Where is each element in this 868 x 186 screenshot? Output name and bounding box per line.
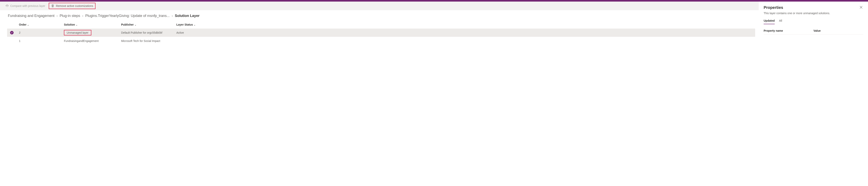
tab-all[interactable]: All (779, 19, 782, 24)
chevron-down-icon: ⌄ (76, 24, 78, 26)
cell-status: Active (176, 31, 755, 34)
chevron-right-icon: › (56, 14, 58, 18)
chevron-right-icon: › (82, 14, 83, 18)
remove-active-customizations-button[interactable]: Remove active customizations (49, 3, 95, 9)
breadcrumb-link[interactable]: Plug-in steps (59, 14, 81, 18)
table-row[interactable]: 2 Unmanaged layer Default Publisher for … (7, 29, 755, 37)
breadcrumb-link[interactable]: Plugins.TriggerYearlyGiving: Update of m… (85, 14, 170, 18)
compare-icon (5, 4, 9, 7)
chevron-down-icon: ⌄ (134, 24, 136, 26)
chevron-down-icon: ⌄ (194, 24, 195, 26)
cell-publisher: Microsoft Tech for Social Impact (121, 39, 176, 42)
accent-bar (0, 0, 868, 2)
cell-solution: Unmanaged layer (64, 30, 121, 35)
table-row[interactable]: 1 FundraisingandEngagement Microsoft Tec… (7, 37, 755, 45)
column-label: Publisher (121, 23, 134, 26)
compare-previous-layer-button: Compare with previous layer (4, 3, 47, 9)
cell-order: 1 (17, 39, 64, 42)
remove-label: Remove active customizations (56, 4, 93, 7)
table-header-row: Order⌄ Solution⌄ Publisher⌄ Layer Status… (7, 21, 755, 29)
breadcrumb: Fundraising and Engagement › Plug-in ste… (0, 10, 759, 20)
compare-label: Compare with previous layer (10, 4, 45, 7)
main-content: Compare with previous layer Remove activ… (0, 2, 759, 186)
column-label: Layer Status (176, 23, 193, 26)
property-value-header: Value (813, 29, 864, 32)
properties-panel: Properties This layer contains one or mo… (759, 2, 868, 186)
toolbar: Compare with previous layer Remove activ… (0, 2, 759, 10)
column-header-order[interactable]: Order⌄ (17, 23, 64, 26)
property-name-header: Property name (764, 29, 813, 32)
close-panel-button[interactable] (859, 5, 863, 10)
chevron-down-icon: ⌄ (27, 24, 29, 26)
cell-order: 2 (17, 31, 64, 34)
solution-layers-table: Order⌄ Solution⌄ Publisher⌄ Layer Status… (0, 20, 759, 45)
panel-header: Properties (764, 5, 863, 10)
chevron-right-icon: › (172, 14, 173, 18)
column-header-status[interactable]: Layer Status⌄ (176, 23, 755, 26)
unmanaged-layer-highlight: Unmanaged layer (64, 30, 91, 35)
cell-publisher: Default Publisher for orgc55db0bf (121, 31, 176, 34)
cell-solution: FundraisingandEngagement (64, 39, 121, 42)
breadcrumb-current: Solution Layer (174, 14, 200, 18)
column-header-solution[interactable]: Solution⌄ (64, 23, 121, 26)
breadcrumb-link[interactable]: Fundraising and Engagement (7, 14, 55, 18)
trash-icon (51, 4, 54, 7)
tab-updated[interactable]: Updated (764, 19, 775, 24)
app-container: Compare with previous layer Remove activ… (0, 2, 868, 186)
column-label: Solution (64, 23, 75, 26)
panel-tabs: Updated All (764, 19, 863, 25)
row-selected-indicator[interactable] (7, 31, 17, 34)
column-header-publisher[interactable]: Publisher⌄ (121, 23, 176, 26)
close-icon (860, 6, 863, 9)
panel-title: Properties (764, 5, 783, 10)
panel-subtitle: This layer contains one or more unmanage… (764, 12, 863, 15)
checkmark-icon (10, 31, 13, 34)
property-table-header: Property name Value (764, 29, 863, 34)
column-label: Order (19, 23, 26, 26)
